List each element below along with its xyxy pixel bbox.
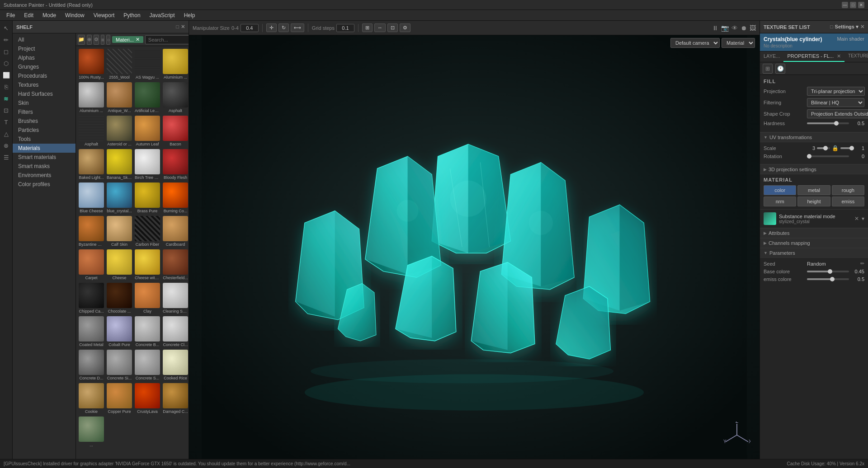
iconbar-text[interactable]: T — [1, 117, 12, 127]
minimize-button[interactable]: — — [842, 2, 848, 8]
scale-lock-icon[interactable]: 🔒 — [832, 145, 839, 151]
iconbar-projection[interactable]: ⬡ — [1, 58, 12, 69]
menu-edit[interactable]: Edit — [19, 11, 38, 19]
props-clock-icon[interactable]: 🕐 — [775, 64, 785, 74]
parameters-header[interactable]: ▼ Parameters — [760, 248, 868, 258]
pause-icon[interactable]: ⏸ — [712, 24, 718, 32]
substance-mode-close-btn[interactable]: ✕ — [854, 215, 859, 222]
scale-btn[interactable]: ⟷ — [291, 23, 304, 32]
props-table-icon[interactable]: ⊞ — [763, 64, 773, 74]
camera-select[interactable]: Default camera — [670, 38, 720, 48]
grid-input[interactable] — [336, 24, 354, 32]
channel-rough-btn[interactable]: rough — [832, 185, 864, 195]
emiss-color-slider[interactable] — [807, 278, 849, 280]
menu-python[interactable]: Python — [119, 11, 145, 19]
sidebar-item-smart-masks[interactable]: Smart masks — [13, 162, 75, 171]
list-item[interactable]: Asteroid or ... — [106, 115, 133, 147]
shelf-folder-btn[interactable]: 📁 — [78, 35, 85, 45]
shelf-circle-btn[interactable]: ○ — [106, 35, 110, 45]
scale-right-slider[interactable] — [840, 147, 854, 149]
hardness-slider[interactable] — [807, 122, 849, 124]
list-item[interactable]: Asphalt — [162, 81, 189, 114]
list-item[interactable]: Cheese — [106, 248, 133, 281]
shelf-filter-btn[interactable]: ≡ — [101, 35, 104, 45]
record-icon[interactable]: ⏺ — [741, 24, 747, 32]
tab-close-icon[interactable]: ✕ — [136, 37, 140, 42]
list-item[interactable]: Concrete B... — [134, 315, 161, 348]
sidebar-item-textures[interactable]: Textures — [13, 80, 75, 89]
sidebar-item-particles[interactable]: Particles — [13, 126, 75, 135]
filtering-select[interactable]: Bilinear | HQ — [807, 98, 864, 107]
list-item[interactable]: ... — [78, 416, 105, 448]
list-item[interactable]: CrustyLava — [134, 382, 161, 415]
ts-settings-btn[interactable]: Settings ▾ — [835, 24, 859, 30]
shelf-new-btn[interactable]: ⊕ — [87, 35, 92, 45]
iconbar-bake[interactable]: ⊗ — [1, 140, 12, 151]
list-item[interactable]: Cleaning Sp... — [162, 282, 189, 314]
list-item[interactable]: Baked Light... — [78, 148, 105, 181]
sidebar-item-brushes[interactable]: Brushes — [13, 117, 75, 126]
list-item[interactable]: AS Wagyu ... — [134, 48, 161, 80]
close-button[interactable]: ✕ — [858, 2, 864, 8]
projection-select[interactable]: Tri-planar projection — [807, 87, 865, 96]
base-color-slider[interactable] — [807, 271, 849, 272]
list-item[interactable]: Bloody Flesh — [162, 148, 189, 181]
list-item[interactable]: Birch Tree B... — [134, 148, 161, 181]
list-item[interactable]: Blue Cheese — [78, 182, 105, 214]
list-item[interactable]: Concrete D... — [78, 349, 105, 381]
menu-viewport[interactable]: Viewport — [89, 11, 119, 19]
sidebar-item-grunges[interactable]: Grunges — [13, 62, 75, 71]
ts-expand-btn[interactable]: □ — [830, 24, 833, 30]
iconbar-geometry[interactable]: △ — [1, 128, 12, 139]
menu-help[interactable]: Help — [179, 11, 200, 19]
list-item[interactable]: Cheese with... — [134, 248, 161, 281]
list-item[interactable]: Concrete Cl... — [162, 315, 189, 348]
rotation-slider[interactable] — [807, 155, 849, 157]
manipulator-input[interactable] — [241, 24, 259, 32]
tab-close-icon[interactable]: ✕ — [837, 53, 841, 59]
list-item[interactable]: Byzantine C... — [78, 215, 105, 248]
channel-height-btn[interactable]: height — [797, 197, 830, 206]
substance-mode-expand-btn[interactable]: ▾ — [862, 215, 864, 222]
texture-set-item[interactable]: Main shader Crystals(blue cylinder) No d… — [760, 33, 868, 51]
list-item[interactable]: Bacon — [162, 115, 189, 147]
sidebar-item-materials[interactable]: Materials — [13, 144, 75, 153]
list-item[interactable]: Chesterfield... — [162, 248, 189, 281]
sidebar-item-project[interactable]: Project — [13, 44, 75, 53]
list-item[interactable]: 100% Rusty... — [78, 48, 105, 80]
list-item[interactable]: Burning Co... — [162, 182, 189, 214]
list-item[interactable]: Asphalt — [78, 115, 105, 147]
sidebar-item-alphas[interactable]: Alphas — [13, 53, 75, 62]
sidebar-item-hard-surfaces[interactable]: Hard Surfaces — [13, 89, 75, 98]
iconbar-layers[interactable]: ☰ — [1, 152, 12, 163]
iconbar-erase[interactable]: ◻ — [1, 46, 12, 57]
tab-texture-set-settings[interactable]: TEXTURE SET SETTIN... — [844, 51, 868, 62]
iconbar-smear[interactable]: ≋ — [1, 93, 12, 104]
list-item[interactable]: Carbon Fiber — [134, 215, 161, 248]
list-item[interactable]: Clay — [134, 282, 161, 314]
list-item[interactable]: Artificial Lea... — [134, 81, 161, 114]
shelf-close-btn[interactable]: ✕ — [181, 24, 185, 30]
screenshot-icon[interactable]: 🖼 — [750, 24, 756, 32]
list-item[interactable]: Cardboard — [162, 215, 189, 248]
menu-javascript[interactable]: JavaScript — [145, 11, 179, 19]
align-btn[interactable]: ↔ — [374, 23, 386, 32]
list-item[interactable]: 2555_Wool — [106, 48, 133, 80]
sidebar-item-all[interactable]: All — [13, 35, 75, 44]
list-item[interactable]: Chocolate ... — [106, 282, 133, 314]
sidebar-item-tools[interactable]: Tools — [13, 135, 75, 144]
move-btn[interactable]: ✛ — [266, 23, 277, 32]
list-item[interactable]: Banana_Ski... — [106, 148, 133, 181]
list-item[interactable]: Coated Metal — [78, 315, 105, 348]
attributes-header[interactable]: ▶ Attributes — [760, 228, 868, 238]
list-item[interactable]: Cooked Rice — [162, 349, 189, 381]
iconbar-fill[interactable]: ⬜ — [1, 70, 12, 80]
camera-icon[interactable]: 📷 — [721, 24, 729, 32]
iconbar-select[interactable]: ↖ — [1, 23, 12, 33]
channel-nrm-btn[interactable]: nrm — [764, 197, 796, 206]
seed-edit-btn[interactable]: ✏ — [860, 261, 864, 267]
list-item[interactable]: Concrete S... — [134, 349, 161, 381]
list-item[interactable]: Autumn Leaf — [134, 115, 161, 147]
snap-btn[interactable]: ⊞ — [362, 23, 373, 32]
iconbar-clone[interactable]: ⎘ — [1, 81, 12, 92]
